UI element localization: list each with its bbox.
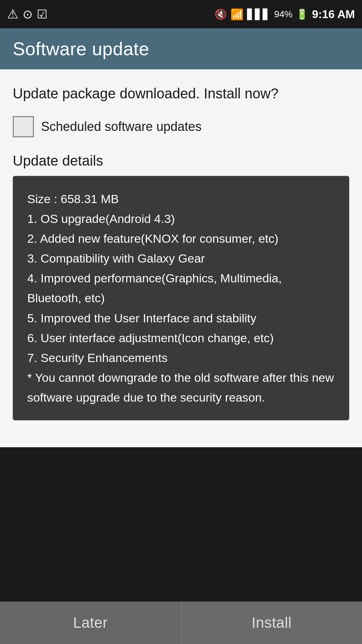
bottom-buttons: Later Install xyxy=(0,602,362,644)
continue-section: Contin... xyxy=(0,447,362,470)
battery-icon: 🔋 xyxy=(296,8,308,20)
warning-icon xyxy=(7,7,18,22)
muted-icon: 🔇 xyxy=(215,8,227,20)
continue-label: Contin... xyxy=(13,454,349,470)
status-bar-left: ⊙ ☑ xyxy=(7,7,47,22)
signal-icon: ▋▋▋ xyxy=(247,8,270,20)
whatsapp-icon: ⊙ xyxy=(23,7,33,21)
status-time: 9:16 AM xyxy=(312,8,355,21)
scheduled-updates-row[interactable]: Scheduled software updates xyxy=(13,116,349,137)
status-bar-right: 🔇 📶 ▋▋▋ 94% 🔋 9:16 AM xyxy=(215,8,355,21)
update-details-box: Size : 658.31 MB 1. OS upgrade(Android 4… xyxy=(13,176,349,420)
page-title: Software update xyxy=(13,38,349,59)
scheduled-updates-checkbox[interactable] xyxy=(13,116,34,137)
scheduled-updates-label: Scheduled software updates xyxy=(41,119,202,134)
phone-check-icon: ☑ xyxy=(37,7,47,21)
app-header: Software update xyxy=(0,28,362,69)
battery-percentage: 94% xyxy=(274,9,292,20)
main-content: Update package downloaded. Install now? … xyxy=(0,69,362,447)
update-details-content: Size : 658.31 MB 1. OS upgrade(Android 4… xyxy=(27,189,335,407)
later-button[interactable]: Later xyxy=(0,602,181,644)
install-prompt-text: Update package downloaded. Install now? xyxy=(13,84,349,103)
status-bar: ⊙ ☑ 🔇 📶 ▋▋▋ 94% 🔋 9:16 AM xyxy=(0,0,362,28)
wifi-icon: 📶 xyxy=(230,8,244,21)
update-details-heading: Update details xyxy=(13,153,349,169)
install-button[interactable]: Install xyxy=(181,602,362,644)
